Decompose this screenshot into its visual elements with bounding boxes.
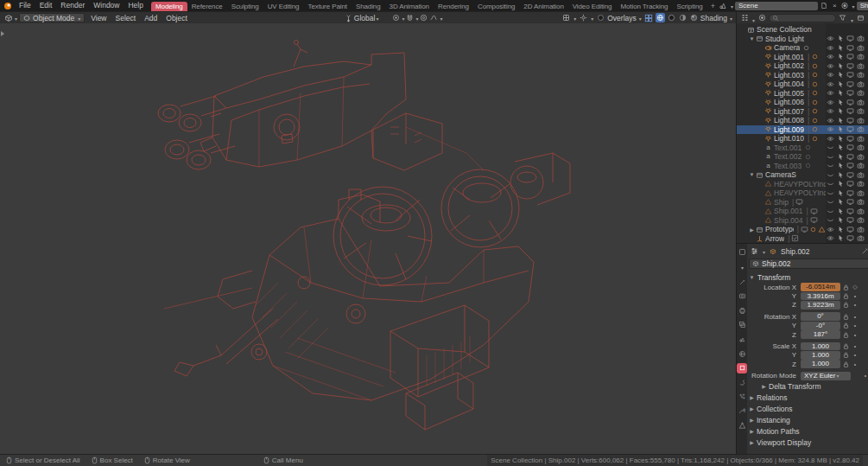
shading-solid-button[interactable] <box>667 13 676 22</box>
render-disable-icon[interactable] <box>856 207 865 215</box>
workspace-tab-scripting[interactable]: Scripting <box>672 2 706 11</box>
outliner-row-arrow[interactable]: Arrow| <box>737 234 868 244</box>
section-viewport-display[interactable]: ▶Viewport Display <box>749 437 868 448</box>
rotation-mode-dropdown[interactable]: XYZ Euler <box>801 372 851 380</box>
outliner-row-camera[interactable]: Camera <box>737 43 868 53</box>
properties-tab-render[interactable] <box>737 291 747 302</box>
properties-tab-scene[interactable] <box>737 335 747 345</box>
workspace-tab-shading[interactable]: Shading <box>352 2 385 11</box>
eye-icon[interactable] <box>826 180 835 188</box>
render-disable-icon[interactable] <box>856 89 865 98</box>
render-disable-icon[interactable] <box>856 35 865 43</box>
eye-icon[interactable] <box>826 43 835 52</box>
render-disable-icon[interactable] <box>856 71 865 80</box>
transform-value-field[interactable]: -6.0514m <box>801 283 840 291</box>
eye-icon[interactable] <box>826 116 835 124</box>
outliner-row-ship-001[interactable]: Ship.001| <box>737 207 868 216</box>
render-disable-icon[interactable] <box>856 80 865 88</box>
outliner-row-light-005[interactable]: Light.005| <box>737 89 868 99</box>
section-motion-paths[interactable]: ▶Motion Paths <box>749 426 868 437</box>
unlink-scene-icon[interactable]: × <box>831 2 839 10</box>
outliner-row-studio-light[interactable]: ▼Studio Light <box>737 35 868 44</box>
viewport-disable-icon[interactable] <box>846 144 855 152</box>
selectable-icon[interactable] <box>836 71 846 80</box>
outliner-row-text-003[interactable]: aText.003 <box>737 162 868 171</box>
outliner-row-heavypolyindustrieste[interactable]: HEAVYPOLYIndustriesTe <box>737 188 868 198</box>
viewport-disable-icon[interactable] <box>846 198 855 207</box>
eye-icon[interactable] <box>826 198 835 207</box>
transform-value-field[interactable]: 1.9223m <box>801 301 840 310</box>
show-gizmo-chevron[interactable] <box>590 14 593 22</box>
render-disable-icon[interactable] <box>856 170 865 179</box>
workspace-tab-reference[interactable]: Reference <box>187 2 227 11</box>
outliner-row-text-001[interactable]: aText.001 <box>737 144 868 153</box>
outliner-search-input[interactable] <box>769 14 836 22</box>
section-instancing[interactable]: ▶Instancing <box>749 415 868 425</box>
falloff-chevron[interactable] <box>439 14 442 22</box>
selectable-icon[interactable] <box>836 198 846 207</box>
transform-value-field[interactable]: 1.000 <box>801 342 840 351</box>
outliner-row-cameras[interactable]: ▼CameraS <box>737 170 868 180</box>
outliner-row-light-006[interactable]: Light.006| <box>737 98 868 107</box>
viewport-disable-icon[interactable] <box>846 134 855 143</box>
keyframe-indicator[interactable]: • <box>852 322 858 329</box>
viewport-disable-icon[interactable] <box>846 162 855 170</box>
viewport-disable-icon[interactable] <box>846 234 855 243</box>
menu-render[interactable]: Render <box>56 0 89 11</box>
workspace-tab-3d-animation[interactable]: 3D Animation <box>385 2 434 11</box>
selectable-icon[interactable] <box>836 80 846 88</box>
render-disable-icon[interactable] <box>856 225 865 233</box>
keyframe-indicator[interactable]: • <box>862 373 868 379</box>
section-relations[interactable]: ▶Relations <box>749 393 868 403</box>
render-disable-icon[interactable] <box>856 234 865 243</box>
scene-icon[interactable] <box>719 2 728 10</box>
render-disable-icon[interactable] <box>856 152 865 161</box>
menu-window[interactable]: Window <box>89 0 124 11</box>
viewport-disable-icon[interactable] <box>846 71 855 80</box>
workspace-tab-compositing[interactable]: Compositing <box>473 2 519 11</box>
snap-magnet-icon[interactable] <box>404 13 415 22</box>
viewport-disable-icon[interactable] <box>846 170 855 179</box>
viewport-disable-icon[interactable] <box>846 152 855 161</box>
outliner-scenes-icon[interactable] <box>757 13 767 22</box>
viewport-disable-icon[interactable] <box>846 225 855 233</box>
render-disable-icon[interactable] <box>856 144 865 152</box>
eye-icon[interactable] <box>826 107 835 116</box>
selectable-icon[interactable] <box>836 53 846 61</box>
pin-id-icon[interactable] <box>861 247 868 255</box>
selectable-icon[interactable] <box>836 125 846 134</box>
viewport-disable-icon[interactable] <box>846 98 855 106</box>
render-disable-icon[interactable] <box>856 180 865 188</box>
disclosure-icon[interactable]: ▶ <box>749 227 755 233</box>
keyframe-indicator[interactable]: • <box>852 343 858 349</box>
outliner-row-light-004[interactable]: Light.004| <box>737 80 868 89</box>
viewport-disable-icon[interactable] <box>846 188 855 197</box>
overlay-sphere-icon[interactable] <box>595 13 605 22</box>
outliner-row-heavypolyindustrieste[interactable]: HEAVYPOLYIndustriesTe <box>737 180 868 189</box>
selectable-icon[interactable] <box>836 162 846 170</box>
render-disable-icon[interactable] <box>856 53 865 61</box>
render-disable-icon[interactable] <box>856 98 865 106</box>
render-disable-icon[interactable] <box>856 188 865 197</box>
lock-icon[interactable] <box>840 292 852 300</box>
render-disable-icon[interactable] <box>856 116 865 124</box>
transform-orientation-icon[interactable] <box>344 13 354 22</box>
viewport-disable-icon[interactable] <box>846 116 855 124</box>
eye-icon[interactable] <box>826 170 835 179</box>
properties-tab-editor-type[interactable] <box>737 246 747 257</box>
selectable-icon[interactable] <box>836 216 846 225</box>
workspace-tab-motion-tracking[interactable]: Motion Tracking <box>616 2 672 11</box>
eye-icon[interactable] <box>826 188 835 197</box>
eye-icon[interactable] <box>826 134 835 143</box>
keyframe-indicator[interactable]: • <box>852 352 858 358</box>
outliner-row-light-001[interactable]: Light.001| <box>737 53 868 62</box>
viewport-disable-icon[interactable] <box>846 216 855 225</box>
viewport-disable-icon[interactable] <box>846 125 855 134</box>
keyframe-indicator[interactable]: ◇ <box>852 284 858 290</box>
workspace-tab-rendering[interactable]: Rendering <box>434 2 473 11</box>
eye-icon[interactable] <box>826 225 835 233</box>
lock-icon[interactable] <box>840 284 852 291</box>
outliner-row-light-009[interactable]: Light.009| <box>737 125 868 135</box>
menu-help[interactable]: Help <box>124 0 147 11</box>
workspace-tab-sculpting[interactable]: Sculpting <box>227 2 263 11</box>
